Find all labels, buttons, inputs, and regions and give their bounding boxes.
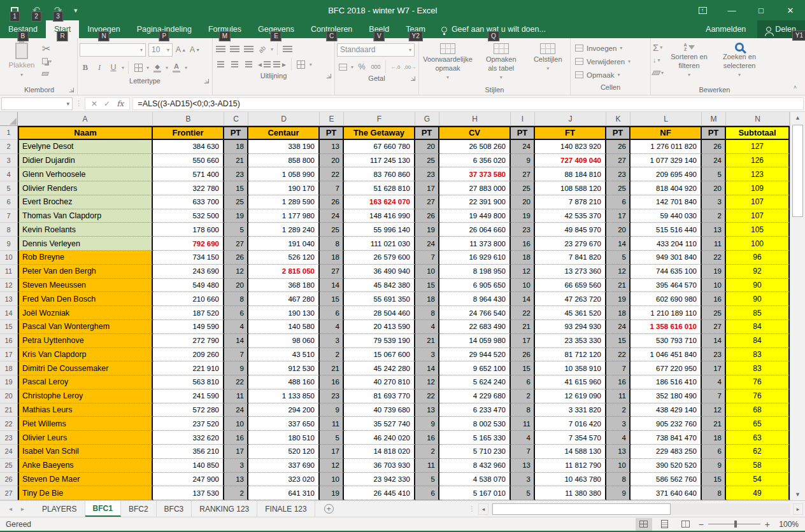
- ribbon-display-options-button[interactable]: ↑: [688, 0, 717, 20]
- cell-E15[interactable]: 4: [320, 320, 344, 334]
- cell-E4[interactable]: 22: [320, 167, 344, 181]
- cell-D5[interactable]: 190 170: [248, 181, 320, 195]
- cell-G24[interactable]: 2: [415, 445, 439, 459]
- cell-F18[interactable]: 45 242 280: [344, 361, 415, 375]
- cell-N1[interactable]: Subtotaal: [726, 126, 790, 140]
- delete-cells-button[interactable]: Verwijderen▾: [573, 55, 648, 68]
- cell-N19[interactable]: 76: [726, 375, 790, 389]
- cell-J6[interactable]: 7 878 210: [535, 195, 606, 209]
- cell-D3[interactable]: 858 800: [248, 154, 320, 168]
- shrink-font-button[interactable]: A▼: [189, 44, 201, 56]
- cell-D26[interactable]: 323 020: [248, 473, 320, 487]
- fill-button[interactable]: ↓▾: [653, 55, 664, 64]
- cell-L14[interactable]: 1 210 189 110: [630, 306, 702, 320]
- cell-J12[interactable]: 66 659 560: [535, 279, 606, 293]
- cell-M20[interactable]: 7: [702, 389, 726, 403]
- cell-I24[interactable]: 7: [511, 445, 535, 459]
- cell-H7[interactable]: 19 449 800: [439, 209, 511, 223]
- row-header-5[interactable]: 5: [0, 181, 18, 195]
- merge-center-button[interactable]: [296, 59, 307, 71]
- cell-N8[interactable]: 105: [726, 223, 790, 237]
- dialog-launcher-icon[interactable]: [69, 88, 74, 92]
- column-header-E[interactable]: E: [320, 112, 344, 126]
- cell-A14[interactable]: Joël Wozniak: [18, 306, 153, 320]
- column-header-D[interactable]: D: [248, 112, 320, 126]
- borders-button[interactable]: [132, 62, 144, 74]
- cell-K12[interactable]: 21: [606, 279, 630, 293]
- cell-A27[interactable]: Tiny De Bie: [18, 486, 153, 500]
- cell-A26[interactable]: Steven De Maer: [18, 473, 153, 487]
- cell-N21[interactable]: 68: [726, 403, 790, 417]
- cell-L3[interactable]: 1 077 329 140: [630, 154, 702, 168]
- cell-C22[interactable]: 10: [224, 417, 248, 431]
- cell-L4[interactable]: 209 695 490: [630, 167, 702, 181]
- format-as-table-button[interactable]: Opmaken als tabel▾: [478, 42, 524, 80]
- cell-F10[interactable]: 26 579 600: [344, 251, 415, 265]
- cell-H15[interactable]: 22 683 490: [439, 320, 511, 334]
- conditional-formatting-button[interactable]: Voorwaardelijke opmaak▾: [421, 42, 474, 80]
- row-header-24[interactable]: 24: [0, 445, 18, 459]
- cell-L23[interactable]: 738 841 470: [630, 431, 702, 445]
- cell-H27[interactable]: 5 167 010: [439, 486, 511, 500]
- cell-D10[interactable]: 526 120: [248, 251, 320, 265]
- cell-L18[interactable]: 677 220 950: [630, 361, 702, 375]
- row-header-4[interactable]: 4: [0, 167, 18, 181]
- cell-N25[interactable]: 58: [726, 459, 790, 473]
- row-header-7[interactable]: 7: [0, 209, 18, 223]
- cell-K7[interactable]: 17: [606, 209, 630, 223]
- cell-J3[interactable]: 727 409 040: [535, 154, 606, 168]
- redo-button[interactable]: ↷3: [52, 5, 64, 15]
- cell-E6[interactable]: 26: [320, 195, 344, 209]
- cell-I12[interactable]: 10: [511, 279, 535, 293]
- cell-B10[interactable]: 734 150: [153, 251, 224, 265]
- cell-A15[interactable]: Pascal Van Wonterghem: [18, 320, 153, 334]
- column-header-N[interactable]: N: [726, 112, 790, 126]
- cell-I25[interactable]: 13: [511, 459, 535, 473]
- cell-M1[interactable]: PT: [702, 126, 726, 140]
- cell-H10[interactable]: 16 929 610: [439, 251, 511, 265]
- new-sheet-button[interactable]: +: [315, 501, 343, 517]
- cell-C18[interactable]: 9: [224, 361, 248, 375]
- cell-G9[interactable]: 24: [415, 237, 439, 251]
- percent-style-button[interactable]: %: [356, 61, 367, 73]
- cell-J25[interactable]: 11 812 790: [535, 459, 606, 473]
- cell-I15[interactable]: 21: [511, 320, 535, 334]
- cell-G16[interactable]: 21: [415, 334, 439, 348]
- cell-B1[interactable]: Frontier: [153, 126, 224, 140]
- cell-K23[interactable]: 4: [606, 431, 630, 445]
- cell-E1[interactable]: PT: [320, 126, 344, 140]
- cell-L8[interactable]: 515 516 440: [630, 223, 702, 237]
- align-right-button[interactable]: [243, 59, 254, 71]
- vertical-scroll-thumb[interactable]: [792, 125, 803, 217]
- cell-E5[interactable]: 7: [320, 181, 344, 195]
- dialog-launcher-icon[interactable]: [204, 79, 209, 83]
- cell-G25[interactable]: 11: [415, 459, 439, 473]
- row-header-16[interactable]: 16: [0, 334, 18, 348]
- insert-cells-button[interactable]: Invoegen▾: [573, 41, 648, 55]
- copy-button[interactable]: ▾: [42, 57, 52, 66]
- cell-I27[interactable]: 5: [511, 486, 535, 500]
- cell-N24[interactable]: 62: [726, 445, 790, 459]
- cell-I3[interactable]: 9: [511, 154, 535, 168]
- cell-E20[interactable]: 23: [320, 389, 344, 403]
- cell-L11[interactable]: 744 635 100: [630, 265, 702, 279]
- cell-A7[interactable]: Thomas Van Clapdorp: [18, 209, 153, 223]
- cell-H13[interactable]: 8 964 430: [439, 292, 511, 306]
- row-header-15[interactable]: 15: [0, 320, 18, 334]
- cell-D17[interactable]: 43 510: [248, 348, 320, 362]
- ribbon-tab-formules[interactable]: FormulesM: [200, 20, 250, 38]
- cell-E10[interactable]: 18: [320, 251, 344, 265]
- cell-A23[interactable]: Olivier Leurs: [18, 431, 153, 445]
- cell-C21[interactable]: 24: [224, 403, 248, 417]
- cell-F9[interactable]: 111 021 030: [344, 237, 415, 251]
- italic-button[interactable]: I: [94, 62, 105, 74]
- name-box[interactable]: ▾: [1, 97, 73, 110]
- cell-F14[interactable]: 28 504 460: [344, 306, 415, 320]
- column-header-A[interactable]: A: [18, 112, 153, 126]
- cell-J1[interactable]: FT: [535, 126, 606, 140]
- cell-K10[interactable]: 5: [606, 251, 630, 265]
- cell-L17[interactable]: 1 046 451 840: [630, 348, 702, 362]
- cell-L12[interactable]: 395 464 570: [630, 279, 702, 293]
- column-header-J[interactable]: J: [535, 112, 606, 126]
- cell-L9[interactable]: 433 204 110: [630, 237, 702, 251]
